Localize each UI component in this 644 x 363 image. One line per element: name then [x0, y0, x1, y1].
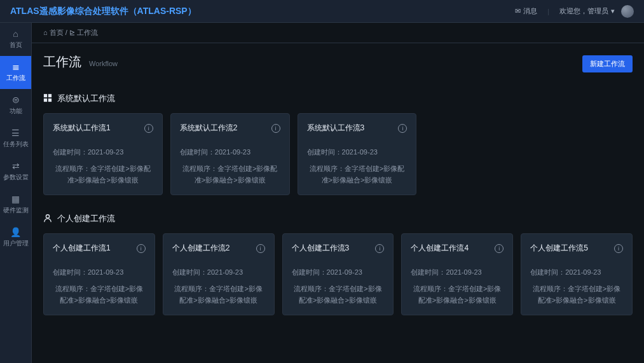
breadcrumb-current: 工作流	[77, 29, 98, 36]
header-actions: ✉ 消息 | 欢迎您，管理员 ▾	[515, 5, 634, 18]
person-icon	[43, 214, 52, 224]
info-icon[interactable]: i	[398, 124, 407, 133]
monitor-icon: ▦	[11, 195, 20, 203]
card-time: 创建时间：2021-09-23	[53, 147, 153, 157]
info-icon[interactable]: i	[495, 244, 504, 253]
svg-rect-3	[48, 98, 51, 101]
section-title-label: 个人创建工作流	[57, 213, 115, 224]
info-icon[interactable]: i	[137, 244, 146, 253]
card-flow: 流程顺序：金字塔创建>影像配准>影像融合>影像镶嵌	[530, 284, 623, 306]
sidebar-item-workflow[interactable]: ≣ 工作流	[0, 56, 31, 89]
workflow-card[interactable]: 系统默认工作流1 i 创建时间：2021-09-23 流程顺序：金字塔创建>影像…	[43, 113, 163, 195]
workflow-card[interactable]: 个人创建工作流5 i 创建时间：2021-09-23 流程顺序：金字塔创建>影像…	[521, 233, 633, 315]
page-header: 工作流 Workflow 新建工作流	[43, 53, 633, 72]
workflow-card[interactable]: 个人创建工作流3 i 创建时间：2021-09-23 流程顺序：金字塔创建>影像…	[282, 233, 394, 315]
sidebar-item-label: 工作流	[6, 74, 25, 83]
sidebar-item-label: 参数设置	[3, 173, 29, 182]
sidebar-item-label: 硬件监测	[3, 206, 29, 215]
messages-link[interactable]: ✉ 消息	[515, 6, 537, 16]
info-icon[interactable]: i	[271, 124, 280, 133]
card-flow: 流程顺序：金字塔创建>影像配准>影像融合>影像镶嵌	[180, 163, 280, 186]
card-title: 个人创建工作流5	[530, 243, 588, 254]
sidebar-item-label: 用户管理	[3, 239, 29, 248]
breadcrumb: ⌂ 首页 / ⊵ 工作流	[32, 23, 644, 43]
message-icon: ✉	[515, 7, 521, 15]
main-content: ⌂ 首页 / ⊵ 工作流 工作流 Workflow 新建工作流 系统默认工作流	[32, 23, 644, 363]
card-title: 系统默认工作流3	[307, 123, 365, 134]
workflow-card[interactable]: 系统默认工作流3 i 创建时间：2021-09-23 流程顺序：金字塔创建>影像…	[298, 113, 417, 195]
sidebar: ⌂ 首页 ≣ 工作流 ⊜ 功能 ☰ 任务列表 ⇄ 参数设置 ▦ 硬件监测 👤 用…	[0, 23, 32, 363]
card-flow: 流程顺序：金字塔创建>影像配准>影像融合>影像镶嵌	[411, 284, 504, 306]
new-workflow-button[interactable]: 新建工作流	[582, 55, 633, 72]
svg-rect-0	[44, 93, 47, 97]
section-personal-title: 个人创建工作流	[43, 213, 633, 224]
sidebar-item-users[interactable]: 👤 用户管理	[0, 221, 31, 254]
page-subtitle: Workflow	[89, 60, 582, 67]
info-icon[interactable]: i	[614, 244, 623, 253]
app-header: ATLAS遥感影像综合处理软件（ATLAS-RSP） ✉ 消息 | 欢迎您，管理…	[0, 0, 644, 23]
workflow-card[interactable]: 个人创建工作流1 i 创建时间：2021-09-23 流程顺序：金字塔创建>影像…	[43, 233, 155, 315]
sidebar-item-label: 任务列表	[3, 140, 29, 149]
svg-rect-1	[48, 93, 51, 97]
divider: |	[547, 8, 549, 15]
welcome-label: 欢迎您，管理员	[559, 6, 608, 16]
card-title: 系统默认工作流1	[53, 123, 111, 134]
card-time: 创建时间：2021-09-23	[172, 268, 265, 277]
sidebar-item-settings[interactable]: ⇄ 参数设置	[0, 155, 31, 188]
workflow-card[interactable]: 系统默认工作流2 i 创建时间：2021-09-23 流程顺序：金字塔创建>影像…	[170, 113, 290, 195]
avatar	[621, 5, 634, 18]
section-title-label: 系统默认工作流	[57, 93, 115, 104]
breadcrumb-sep: / ⊵	[65, 29, 77, 36]
sidebar-item-label: 首页	[10, 41, 22, 50]
system-card-grid: 系统默认工作流1 i 创建时间：2021-09-23 流程顺序：金字塔创建>影像…	[43, 113, 633, 195]
card-time: 创建时间：2021-09-23	[530, 268, 623, 277]
info-icon[interactable]: i	[375, 244, 384, 253]
card-flow: 流程顺序：金字塔创建>影像配准>影像融合>影像镶嵌	[53, 284, 146, 306]
card-flow: 流程顺序：金字塔创建>影像配准>影像融合>影像镶嵌	[292, 284, 385, 306]
personal-card-grid: 个人创建工作流1 i 创建时间：2021-09-23 流程顺序：金字塔创建>影像…	[43, 233, 633, 315]
card-time: 创建时间：2021-09-23	[307, 147, 408, 157]
card-time: 创建时间：2021-09-23	[180, 147, 280, 157]
info-icon[interactable]: i	[256, 244, 265, 253]
users-icon: 👤	[10, 228, 21, 236]
card-time: 创建时间：2021-09-23	[292, 268, 385, 277]
breadcrumb-home[interactable]: 首页	[50, 29, 64, 36]
card-title: 个人创建工作流1	[53, 243, 111, 254]
info-icon[interactable]: i	[144, 124, 153, 133]
settings-icon: ⇄	[12, 161, 20, 170]
card-title: 个人创建工作流3	[292, 243, 350, 254]
page-title: 工作流	[43, 53, 81, 71]
card-title: 个人创建工作流2	[172, 243, 230, 254]
sidebar-item-tasks[interactable]: ☰ 任务列表	[0, 122, 31, 155]
card-title: 个人创建工作流4	[411, 243, 469, 254]
sidebar-item-features[interactable]: ⊜ 功能	[0, 89, 31, 122]
home-icon: ⌂	[43, 29, 50, 36]
sidebar-item-monitor[interactable]: ▦ 硬件监测	[0, 188, 31, 221]
svg-point-4	[46, 214, 49, 217]
user-menu[interactable]: 欢迎您，管理员 ▾	[559, 5, 634, 18]
sidebar-item-home[interactable]: ⌂ 首页	[0, 23, 31, 56]
workflow-card[interactable]: 个人创建工作流2 i 创建时间：2021-09-23 流程顺序：金字塔创建>影像…	[163, 233, 275, 315]
windows-icon	[43, 93, 52, 104]
card-flow: 流程顺序：金字塔创建>影像配准>影像融合>影像镶嵌	[53, 163, 153, 186]
section-system-title: 系统默认工作流	[43, 93, 633, 104]
tasks-icon: ☰	[11, 128, 20, 137]
card-time: 创建时间：2021-09-23	[411, 268, 504, 277]
chevron-down-icon: ▾	[611, 7, 615, 15]
card-flow: 流程顺序：金字塔创建>影像配准>影像融合>影像镶嵌	[172, 284, 265, 306]
workflow-card[interactable]: 个人创建工作流4 i 创建时间：2021-09-23 流程顺序：金字塔创建>影像…	[401, 233, 513, 315]
messages-label: 消息	[523, 6, 537, 16]
card-time: 创建时间：2021-09-23	[53, 268, 146, 277]
workflow-icon: ≣	[12, 62, 20, 71]
svg-rect-2	[44, 98, 47, 101]
app-title: ATLAS遥感影像综合处理软件（ATLAS-RSP）	[10, 6, 515, 17]
sidebar-item-label: 功能	[10, 107, 22, 116]
card-title: 系统默认工作流2	[180, 123, 238, 134]
card-flow: 流程顺序：金字塔创建>影像配准>影像融合>影像镶嵌	[307, 163, 408, 186]
features-icon: ⊜	[12, 95, 20, 104]
home-icon: ⌂	[13, 29, 18, 38]
